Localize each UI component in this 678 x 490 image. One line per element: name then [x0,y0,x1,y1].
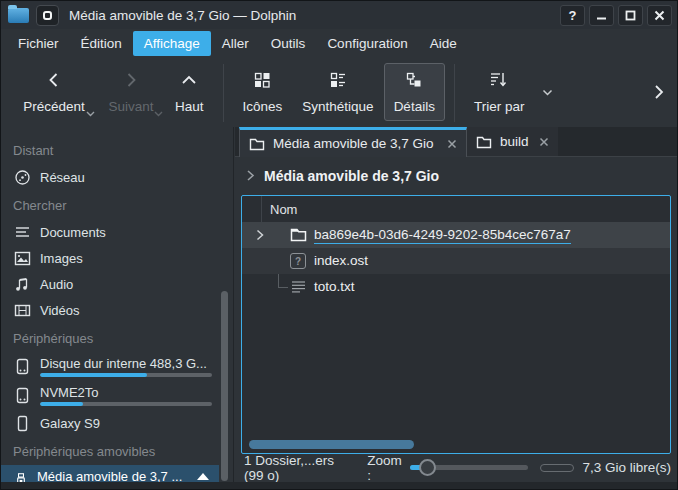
chevron-right-icon [122,71,140,89]
sort-by-button[interactable]: Trier par [464,63,535,121]
file-row-toto-txt[interactable]: toto.txt [242,274,670,300]
maximize-icon [625,10,636,21]
usb-icon [14,471,28,482]
tab-close-icon[interactable] [447,139,457,149]
toolbar-overflow-icon[interactable] [653,82,665,102]
harddisk-icon [14,358,31,375]
free-space-label: 7,3 Gio libre(s) [582,460,671,475]
sort-dropdown-icon[interactable] [542,89,553,96]
sidebar-scrollbar[interactable] [221,291,228,481]
sidebar-item-audio[interactable]: Audio [1,271,233,297]
disk-usage-bar [40,373,212,377]
tab-build[interactable]: build [467,127,558,157]
toolbar-separator [223,64,224,122]
menu-edition[interactable]: Édition [70,31,133,56]
dolphin-app-icon [8,8,29,23]
zoom-slider[interactable] [410,459,528,476]
folder-icon [476,135,492,149]
menu-fichier[interactable]: Fichier [7,31,70,56]
forward-dropdown-icon [154,111,163,117]
forward-button[interactable]: Suivant [97,63,165,121]
breadcrumb: Média amovible de 3,7 Gio [235,157,677,194]
zoom-slider-handle[interactable] [419,459,436,476]
image-icon [14,250,31,267]
maximize-button[interactable] [618,5,643,26]
sidebar-item-images[interactable]: Images [1,245,233,271]
help-icon: ? [569,8,577,23]
section-header-distant: Distant [1,135,233,164]
file-row-index-ost[interactable]: ? index.ost [242,248,670,274]
file-name[interactable]: toto.txt [314,279,355,294]
sidebar-item-media-amovible[interactable]: Média amovible de 3,7 ... [1,465,219,482]
sidebar-item-label: NVME2To [40,385,212,400]
places-panel: Distant Réseau Chercher Documents [1,127,234,482]
section-header-peripheriques: Périphériques [1,323,233,352]
details-view-icon [405,71,423,89]
sidebar-item-label: Galaxy S9 [40,416,100,431]
file-name[interactable]: index.ost [314,253,368,268]
folder-view-panel: build Média amovible de 3,7 Gio Média am… [235,127,677,489]
menu-aide[interactable]: Aide [419,31,468,56]
details-view-button[interactable]: Détails [384,63,445,121]
text-file-icon [290,279,307,295]
minimize-button[interactable] [589,5,614,26]
expander-column [242,196,262,222]
chevron-up-icon [180,71,198,89]
menu-configuration[interactable]: Configuration [316,31,418,56]
menu-aller[interactable]: Aller [211,31,260,56]
harddisk-icon [14,387,31,404]
tab-close-icon[interactable] [539,137,549,147]
sidebar-item-galaxy-s9[interactable]: Galaxy S9 [1,410,233,436]
sidebar-item-disque-dur[interactable]: Disque dur interne 488,3 G... [1,352,233,381]
dolphin-window: Média amovible de 3,7 Gio — Dolphin ? Fi… [0,0,678,490]
column-header-nom[interactable]: Nom [262,196,297,222]
compact-view-button[interactable]: Synthétique [292,63,383,121]
icons-view-icon [253,71,271,89]
window-menu-button[interactable] [36,5,59,26]
tab-label: build [500,134,529,149]
document-icon [14,224,31,241]
chevron-left-icon [45,71,63,89]
icons-view-button[interactable]: Icônes [233,63,293,121]
sidebar-item-label: Documents [40,225,106,240]
unknown-file-icon: ? [290,253,306,269]
back-button[interactable]: Précédent [11,63,97,121]
compact-view-icon [329,71,347,89]
section-header-peripheriques-amovibles: Périphériques amovibles [1,436,233,465]
sidebar-item-documents[interactable]: Documents [1,219,233,245]
sidebar-item-label: Audio [40,277,73,292]
horizontal-scrollbar[interactable] [249,440,414,449]
sidebar-item-label: Vidéos [40,303,80,318]
chevron-right-icon[interactable] [246,169,255,182]
file-name[interactable]: ba869e4b-03d6-4249-9202-85b4cec767a7 [314,227,571,244]
smartphone-icon [14,415,31,432]
sidebar-item-label: Réseau [40,170,85,185]
column-header-row: Nom [242,196,670,222]
items-summary: 1 Dossier,...ers (99 o) [244,453,355,483]
tab-bar: build Média amovible de 3,7 Gio [235,127,677,157]
sidebar-item-nvme2to[interactable]: NVME2To [1,381,233,410]
main-toolbar: Précédent Suivant Haut Icônes [1,58,677,127]
close-icon [654,10,665,21]
eject-icon[interactable] [195,472,211,482]
menu-outils[interactable]: Outils [260,31,317,56]
sidebar-item-videos[interactable]: Vidéos [1,297,233,323]
sidebar-item-label: Images [40,251,83,266]
help-button[interactable]: ? [560,5,585,26]
up-button[interactable]: Haut [165,63,214,121]
free-space-bar [540,464,574,472]
toolbar-separator [454,64,455,122]
network-icon [14,169,31,186]
sidebar-item-reseau[interactable]: Réseau [1,164,233,190]
status-bar: 1 Dossier,...ers (99 o) Zoom : 7,3 Gio l… [235,453,677,482]
video-icon [14,302,31,319]
tab-media-amovible[interactable]: Média amovible de 3,7 Gio [239,127,467,157]
menu-affichage[interactable]: Affichage [133,31,211,56]
expand-arrow-icon[interactable] [256,229,264,241]
sidebar-item-label: Média amovible de 3,7 ... [37,469,187,482]
folder-icon [249,137,265,151]
close-button[interactable] [647,5,672,26]
breadcrumb-location[interactable]: Média amovible de 3,7 Gio [264,168,439,184]
file-row-folder[interactable]: ba869e4b-03d6-4249-9202-85b4cec767a7 [242,222,670,248]
title-bar: Média amovible de 3,7 Gio — Dolphin ? [1,1,677,29]
